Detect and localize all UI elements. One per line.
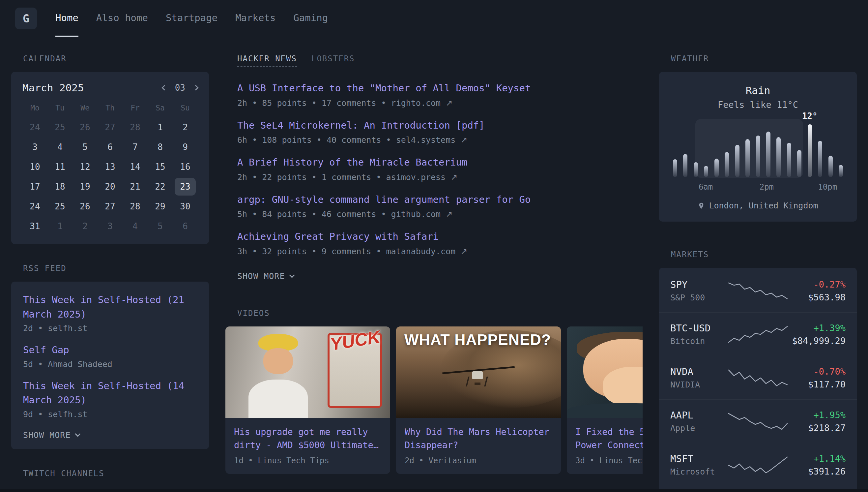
news-item-title[interactable]: A Brief History of the Miracle Bacterium xyxy=(237,155,642,170)
calendar-day[interactable]: 3 xyxy=(22,137,48,157)
market-name: Bitcoin xyxy=(670,336,727,346)
calendar-day[interactable]: 25 xyxy=(48,117,73,137)
video-title[interactable]: His upgrade got me reallydirty - AMD $50… xyxy=(234,425,382,452)
calendar-day[interactable]: 5 xyxy=(73,137,98,157)
news-item: A USB Interface to the "Mother of All De… xyxy=(237,81,642,108)
news-item-title[interactable]: The SeL4 Microkernel: An Introduction [p… xyxy=(237,118,642,133)
calendar-day[interactable]: 8 xyxy=(148,137,173,157)
video-card[interactable]: WHAT HAPPENED? Why Did The Mars Helicopt… xyxy=(396,326,561,474)
calendar-day[interactable]: 20 xyxy=(98,177,123,197)
video-title[interactable]: I Fixed the 5Power Connect xyxy=(575,425,642,452)
calendar-day[interactable]: 7 xyxy=(123,137,148,157)
calendar-day[interactable]: 14 xyxy=(123,157,148,177)
market-id: NVDA NVIDIA xyxy=(670,366,727,390)
market-row[interactable]: AAPL Apple +1.95% $218.27 xyxy=(659,399,857,443)
location-pin-icon xyxy=(698,202,705,210)
news-item: The SeL4 Microkernel: An Introduction [p… xyxy=(237,118,642,145)
calendar-day[interactable]: 23 xyxy=(173,177,198,197)
market-price: $391.26 xyxy=(789,466,846,476)
weather-location: London, United Kingdom xyxy=(709,201,818,211)
calendar-day[interactable]: 27 xyxy=(98,117,123,137)
calendar-day[interactable]: 4 xyxy=(123,216,148,236)
app-logo[interactable]: G xyxy=(15,7,37,29)
tab-hacker-news[interactable]: HACKER NEWS xyxy=(237,54,297,67)
calendar-day[interactable]: 12 xyxy=(73,157,98,177)
rss-item-title[interactable]: This Week in Self-Hosted (21 March 2025) xyxy=(23,293,197,321)
market-row[interactable]: BTC-USD Bitcoin +1.39% $84,999.29 xyxy=(659,312,857,356)
market-name: S&P 500 xyxy=(670,293,727,302)
calendar-day[interactable]: 10 xyxy=(22,157,48,177)
rss-show-more-button[interactable]: SHOW MORE xyxy=(23,430,80,440)
news-item: argp: GNU-style command line argument pa… xyxy=(237,193,642,219)
calendar-day[interactable]: 31 xyxy=(22,216,48,236)
calendar-day[interactable]: 26 xyxy=(73,197,98,216)
weather-hour-bar xyxy=(766,131,770,177)
calendar-prev-icon[interactable] xyxy=(161,85,167,91)
video-info: Why Did The Mars HelicopterDisappear? 2d… xyxy=(396,418,561,474)
calendar-section-title: CALENDAR xyxy=(23,54,209,63)
nav-tab-markets[interactable]: Markets xyxy=(235,0,275,37)
external-link-icon: ↗ xyxy=(461,247,467,256)
market-row[interactable]: SPY S&P 500 -0.27% $563.98 xyxy=(659,269,857,312)
rss-item-title[interactable]: Self Gap xyxy=(23,343,197,358)
news-item-meta: 2h • 22 points • 1 comments • asimov.pre… xyxy=(237,172,642,182)
calendar-day[interactable]: 29 xyxy=(148,197,173,216)
nav-tab-home[interactable]: Home xyxy=(55,0,78,37)
calendar-day[interactable]: 19 xyxy=(73,177,98,197)
calendar-day[interactable]: 1 xyxy=(48,216,73,236)
calendar-next-icon[interactable] xyxy=(193,85,199,91)
weather-time-label: 10pm xyxy=(818,182,837,192)
thumbnail-shape xyxy=(248,379,308,418)
news-item-title[interactable]: argp: GNU-style command line argument pa… xyxy=(237,193,642,207)
video-card[interactable]: DOTT I Fixed the 5Power Connect 3d • Lin… xyxy=(567,326,642,474)
calendar-day[interactable]: 26 xyxy=(73,117,98,137)
video-title[interactable]: Why Did The Mars HelicopterDisappear? xyxy=(405,425,552,452)
calendar-day[interactable]: 18 xyxy=(48,177,73,197)
news-show-more-button[interactable]: SHOW MORE xyxy=(237,271,294,281)
calendar-day[interactable]: 1 xyxy=(148,117,173,137)
calendar-day[interactable]: 24 xyxy=(22,117,48,137)
news-item-title[interactable]: Achieving Great Privacy with Safari xyxy=(237,229,642,244)
calendar-day[interactable]: 4 xyxy=(48,137,73,157)
calendar-day[interactable]: 16 xyxy=(173,157,198,177)
news-item-title[interactable]: A USB Interface to the "Mother of All De… xyxy=(237,81,642,96)
weather-hour-bar xyxy=(735,145,739,177)
calendar-day[interactable]: 15 xyxy=(148,157,173,177)
calendar-day[interactable]: 3 xyxy=(98,216,123,236)
market-change: -0.70% xyxy=(789,366,846,376)
calendar-day[interactable]: 11 xyxy=(48,157,73,177)
market-row[interactable]: NVDA NVIDIA -0.70% $117.70 xyxy=(659,356,857,399)
calendar-day[interactable]: 9 xyxy=(173,137,198,157)
market-id: SPY S&P 500 xyxy=(670,279,727,302)
video-card[interactable]: YUCK His upgrade got me reallydirty - AM… xyxy=(226,326,390,474)
dashboard-columns: CALENDAR March 2025 03 MoTuWeThFrSaSu 24… xyxy=(0,37,868,492)
weather-time-labels: 6am2pm10pm xyxy=(671,182,845,192)
calendar-day[interactable]: 30 xyxy=(173,197,198,216)
calendar-day[interactable]: 25 xyxy=(48,197,73,216)
news-items: A USB Interface to the "Mother of All De… xyxy=(237,81,642,256)
calendar-day[interactable]: 5 xyxy=(148,216,173,236)
nav-tab-gaming[interactable]: Gaming xyxy=(293,0,328,37)
calendar-day[interactable]: 27 xyxy=(98,197,123,216)
market-row[interactable]: MSFT Microsoft +1.14% $391.26 xyxy=(659,443,857,486)
nav-tab-startpage[interactable]: Startpage xyxy=(166,0,217,37)
rss-item-title[interactable]: This Week in Self-Hosted (14 March 2025) xyxy=(23,379,197,408)
calendar-day[interactable]: 6 xyxy=(98,137,123,157)
calendar-day[interactable]: 6 xyxy=(173,216,198,236)
calendar-day[interactable]: 21 xyxy=(123,177,148,197)
weather-hour-bar xyxy=(828,156,833,177)
calendar-day[interactable]: 2 xyxy=(173,117,198,137)
nav-tab-also-home[interactable]: Also home xyxy=(96,0,148,37)
calendar-day[interactable]: 24 xyxy=(22,197,48,216)
calendar-day[interactable]: 2 xyxy=(73,216,98,236)
calendar-day[interactable]: 22 xyxy=(148,177,173,197)
page-bottom-edge xyxy=(0,489,868,492)
thumbnail-shape xyxy=(263,348,293,374)
tab-lobsters[interactable]: LOBSTERS xyxy=(311,54,355,67)
calendar-day[interactable]: 17 xyxy=(22,177,48,197)
video-info: I Fixed the 5Power Connect 3d • Linus Te… xyxy=(567,418,642,474)
calendar-day[interactable]: 28 xyxy=(123,117,148,137)
market-price: $84,999.29 xyxy=(789,336,846,346)
calendar-day[interactable]: 13 xyxy=(98,157,123,177)
calendar-day[interactable]: 28 xyxy=(123,197,148,216)
